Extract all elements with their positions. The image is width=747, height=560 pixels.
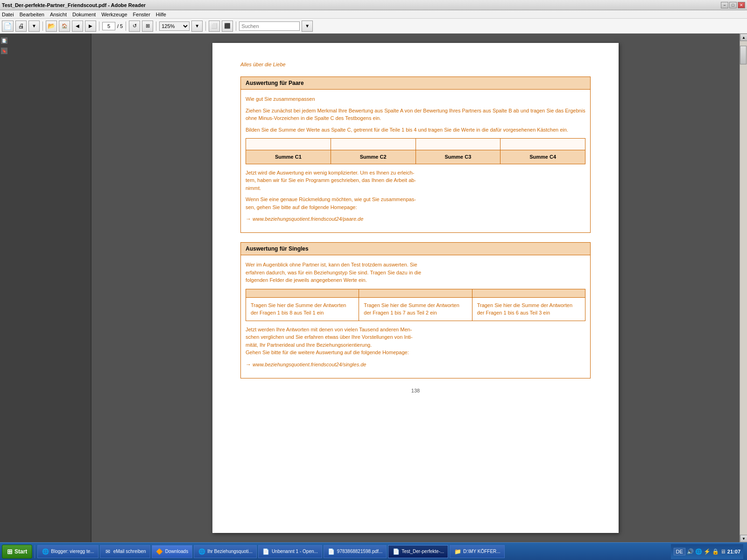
paare-para3: Jetzt wird die Auswertung ein wenig komp… [246,169,585,192]
singles-content: Wer im Augenblick ohne Partner ist, kann… [241,255,590,378]
paare-section: Auswertung für Paare Wie gut Sie zusamme… [240,77,591,233]
menu-fenster[interactable]: Fenster [133,12,150,17]
paare-title: Auswertung für Paare [241,77,590,90]
taskbar-right: DE 🔊 🌐 ⚡ 🔒 🖥 21:07 [671,544,745,559]
system-time: 21:07 [727,549,740,554]
scroll-up-button[interactable]: ▲ [740,34,747,41]
paare-para4: Wenn Sie eine genaue Rückmeldung möchten… [246,196,585,211]
singles-section: Auswertung für Singles Wer im Augenblick… [240,242,591,378]
language-indicator: DE [674,548,685,555]
pdf2-icon: 📄 [392,548,400,555]
dropdown-button[interactable]: ▼ [28,21,40,32]
taskbar-btn-downloads[interactable]: 🔶 Downloads [152,545,192,558]
koffer-icon: 📁 [454,548,461,555]
scroll-track[interactable] [740,41,747,535]
zoom-dropdown[interactable]: ▼ [191,21,203,32]
start-label: Start [14,548,27,555]
singles-col2: Tragen Sie hier die Summe der Antworten … [359,297,472,321]
menu-hilfe[interactable]: Hilfe [156,12,166,17]
menu-ansicht[interactable]: Ansicht [50,12,67,17]
tray-icon-2: 🌐 [695,548,702,555]
toolbar-separator-3 [126,21,126,31]
taskbar: ⊞ Start 🌐 Blogger: vieregg te... ✉ eMail… [0,542,747,560]
singles-col3: Tragen Sie hier die Summe der Antworten … [472,297,585,321]
paare-arrow: → [246,216,251,222]
toolbar-separator-4 [156,21,156,31]
scroll-thumb[interactable] [740,46,747,64]
print-button[interactable]: 🖨 [15,21,27,32]
email-label: eMail schreiben [113,549,146,554]
close-button[interactable]: ✕ [738,2,745,8]
menu-bearbeiten[interactable]: Bearbeiten [20,12,44,17]
taskbar-btn-beziehung[interactable]: 🌐 Ihr Beziehungsquoti... [194,545,257,558]
summe-table: Summe C1 Summe C2 Summe C3 Summe C4 [246,138,585,164]
page-current-input[interactable] [102,22,115,30]
singles-para1: Wer im Augenblick ohne Partner ist, kann… [246,261,585,284]
open-button[interactable]: 📂 [46,21,57,32]
sidebar [8,34,92,542]
search-input[interactable] [239,21,300,31]
zoom-out-button[interactable]: ↺ [129,21,140,32]
paare-para1: Ziehen Sie zunächst bei jedem Merkmal Ih… [246,107,585,122]
window-title: Test_Der-perfekte-Partner_Friendscout.pd… [2,2,146,8]
tray-icon-3: ⚡ [704,548,711,555]
zoom-fit-page[interactable]: ⬛ [222,21,233,32]
paare-link[interactable]: www.beziehungsquotient.friendscout24/paa… [253,216,363,222]
taskbar-btn-email[interactable]: ✉ eMail schreiben [100,545,150,558]
maximize-button[interactable]: □ [729,2,737,8]
summe-c4-header: Summe C4 [500,150,585,164]
start-button[interactable]: ⊞ Start [2,545,32,559]
pdf1-icon: 📄 [328,548,335,555]
minimize-button[interactable]: − [721,2,728,8]
paare-link-line: → www.beziehungsquotient.friendscout24/p… [246,215,585,223]
taskbar-btn-unbenannt[interactable]: 📄 Unbenannt 1 - Open... [258,545,322,558]
pdf-page: Alles über die Liebe Auswertung für Paar… [212,43,619,533]
downloads-label: Downloads [165,549,188,554]
nav-home[interactable]: 🏠 [59,21,70,32]
toolbar-separator-1 [42,21,43,31]
scroll-down-button[interactable]: ▼ [740,535,747,542]
singles-col1: Tragen Sie hier die Summe der Antworten … [246,297,359,321]
search-dropdown[interactable]: ▼ [302,21,313,32]
summe-c1-header: Summe C1 [246,150,331,164]
start-icon: ⊞ [7,548,13,555]
left-icon-bookmarks[interactable]: 🔖 [1,48,7,54]
main-area: 📑 🔖 Alles über die Liebe Auswertung für … [0,34,747,542]
pdf2-label: Test_Der-perfekte-... [402,549,444,554]
system-tray: DE 🔊 🌐 ⚡ 🔒 🖥 21:07 [671,544,743,559]
nav-next[interactable]: ▶ [85,21,96,32]
email-icon: ✉ [104,548,112,555]
zoom-in-page[interactable]: ⬜ [209,21,220,32]
right-scrollbar[interactable]: ▲ ▼ [740,34,747,542]
tray-icon-4: 🔒 [712,548,719,555]
menu-werkzeuge[interactable]: Werkzeuge [101,12,127,17]
beziehung-label: Ihr Beziehungsquoti... [207,549,253,554]
menu-datei[interactable]: Datei [2,12,14,17]
page-separator: / 5 [117,23,123,29]
pdf1-label: 9783868821598.pdf... [337,549,382,554]
nav-prev[interactable]: ◀ [72,21,83,32]
toolbar-icon-button[interactable]: 📄 [2,21,14,32]
title-bar: Test_Der-perfekte-Partner_Friendscout.pd… [0,0,747,10]
taskbar-separator [35,545,35,558]
beziehung-icon: 🌐 [198,548,205,555]
zoom-fit-button[interactable]: ⊞ [142,21,153,32]
singles-table: Tragen Sie hier die Summe der Antworten … [246,289,585,321]
koffer-label: D:\MY KÖFFER... [463,549,500,554]
tray-icon-5: 🖥 [720,548,726,555]
menu-bar: Datei Bearbeiten Ansicht Dokument Werkze… [0,10,747,19]
taskbar-btn-blogger[interactable]: 🌐 Blogger: vieregg te... [37,545,98,558]
pdf-viewer[interactable]: Alles über die Liebe Auswertung für Paar… [92,34,740,542]
blogger-icon: 🌐 [42,548,49,555]
taskbar-btn-pdf2[interactable]: 📄 Test_Der-perfekte-... [388,545,448,558]
singles-arrow: → [246,361,251,368]
toolbar-separator-5 [205,21,206,31]
downloads-icon: 🔶 [156,548,163,555]
zoom-select[interactable]: 125% 100% 75% [159,21,190,31]
summe-c3-header: Summe C3 [416,150,500,164]
taskbar-btn-pdf1[interactable]: 📄 9783868821598.pdf... [324,545,387,558]
menu-dokument[interactable]: Dokument [72,12,96,17]
taskbar-btn-koffer[interactable]: 📁 D:\MY KÖFFER... [450,545,504,558]
left-icon-pages[interactable]: 📑 [1,37,7,44]
singles-link[interactable]: www.beziehungsquotient.friendscout24/sin… [253,362,366,367]
